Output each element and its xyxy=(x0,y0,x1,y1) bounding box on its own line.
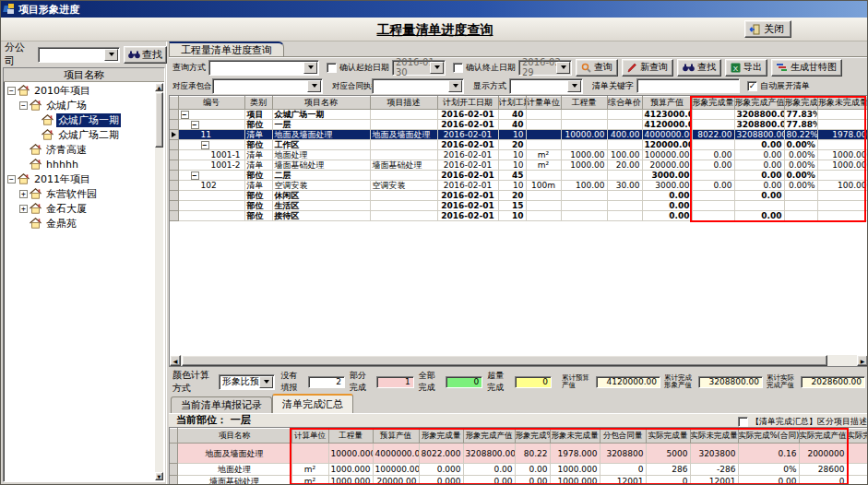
column-header[interactable]: 计划工期 xyxy=(498,97,526,110)
grid-cell[interactable] xyxy=(607,110,642,120)
grid-cell[interactable] xyxy=(692,211,734,221)
grid-cell[interactable]: 0.00% xyxy=(784,140,817,150)
chevron-down-icon[interactable] xyxy=(303,62,317,74)
grid-cell[interactable]: 部位 xyxy=(244,140,272,150)
grid-cell[interactable] xyxy=(370,171,437,181)
grid-cell[interactable]: 0 xyxy=(646,476,690,485)
column-header[interactable]: 类别 xyxy=(244,97,272,110)
grid-cell[interactable]: 0.00% xyxy=(784,160,817,171)
grid-cell[interactable] xyxy=(526,110,561,120)
display-mode-select[interactable] xyxy=(509,78,583,94)
column-header[interactable]: 工程量 xyxy=(561,97,607,110)
grid-cell[interactable]: 0.16 xyxy=(738,444,799,464)
grid-cell[interactable]: 2016-02-01 xyxy=(437,211,498,221)
scroll-up-icon[interactable]: ▲ xyxy=(155,83,163,91)
grid-cell[interactable] xyxy=(692,140,734,150)
grid-cell[interactable]: 项目 xyxy=(244,110,272,120)
collapse-icon[interactable]: − xyxy=(19,101,28,110)
grid-hscrollbar[interactable]: ◀ ▶ xyxy=(170,355,868,366)
grid-cell[interactable] xyxy=(291,444,328,464)
grid-cell[interactable]: 3000.00 xyxy=(642,171,692,181)
grid-cell[interactable]: 生活区 xyxy=(272,201,370,211)
grid-cell[interactable]: 100.00 xyxy=(561,181,607,191)
column-header[interactable]: 项目描述 xyxy=(370,97,437,110)
grid-cell[interactable]: 部位 xyxy=(244,120,272,130)
grid-cell[interactable] xyxy=(784,191,817,201)
grid-cell[interactable]: 77.83% xyxy=(784,110,817,120)
find-button[interactable]: 查找 xyxy=(677,59,721,77)
grid-cell[interactable]: 0.00 xyxy=(692,150,734,160)
grid-cell[interactable]: m² xyxy=(291,464,328,476)
grid-cell[interactable]: m² xyxy=(526,150,561,160)
row-selector[interactable] xyxy=(170,181,178,191)
grid-cell[interactable]: 清单 xyxy=(244,130,272,140)
grid-cell[interactable]: 400.00 xyxy=(607,130,642,140)
grid-cell[interactable]: 2016-02-01 xyxy=(437,191,498,201)
column-header[interactable]: 形象完成% xyxy=(784,97,817,110)
bottom-tab-0[interactable]: 当前清单填报记录 xyxy=(171,396,272,413)
tree-item-label[interactable]: 众城广场 xyxy=(44,99,89,112)
grid-cell[interactable] xyxy=(607,191,642,201)
grid-cell[interactable]: 0.00 xyxy=(738,476,799,485)
gantt-button[interactable]: 生成甘特图 xyxy=(771,59,842,77)
tree-item-label[interactable]: hhhhh xyxy=(44,159,80,171)
column-header[interactable]: 项目名称 xyxy=(272,97,370,110)
grid-cell[interactable] xyxy=(178,201,244,211)
grid-cell[interactable]: -286 xyxy=(690,464,738,476)
row-selector[interactable] xyxy=(170,464,177,476)
progress-grid-row[interactable]: 11清单地面及墙面处理地面及墙面处理2016-02-011010000.0040… xyxy=(170,130,868,140)
grid-cell[interactable] xyxy=(847,464,868,476)
grid-cell[interactable]: 2000000 xyxy=(799,444,847,464)
grid-cell[interactable]: 30.00 xyxy=(607,181,642,191)
grid-cell[interactable]: 3208800 xyxy=(600,444,646,464)
grid-cell[interactable]: 1000.000 xyxy=(550,476,600,485)
grid-cell[interactable]: 28600 xyxy=(799,464,847,476)
chevron-down-icon[interactable] xyxy=(307,80,321,92)
grid-cell[interactable]: 0.00 xyxy=(734,181,784,191)
column-header[interactable]: 形象完成产值 xyxy=(463,429,515,444)
scroll-left-icon[interactable]: ◀ xyxy=(170,355,181,366)
grid-cell[interactable]: 空调安装 xyxy=(272,181,370,191)
grid-cell[interactable]: 0.00 xyxy=(463,464,515,476)
grid-cell[interactable]: 0.00 xyxy=(642,211,692,221)
grid-cell[interactable] xyxy=(784,201,817,211)
grid-cell[interactable]: 部位 xyxy=(244,211,272,221)
progress-grid-row[interactable]: −部位工作区2016-02-0120120000.000.000.00% xyxy=(170,140,868,150)
column-header[interactable]: 实际未完成量 xyxy=(690,429,738,444)
grid-cell[interactable] xyxy=(526,130,561,140)
grid-cell[interactable]: 0.00 xyxy=(642,201,692,211)
grid-cell[interactable] xyxy=(370,150,437,160)
grid-cell[interactable] xyxy=(607,140,642,150)
scroll-right-icon[interactable]: ▶ xyxy=(857,355,868,366)
grid-cell[interactable]: 20 xyxy=(498,140,526,150)
start-date-checkbox[interactable] xyxy=(327,63,337,73)
chevron-down-icon[interactable] xyxy=(448,80,462,92)
grid-cell[interactable]: 0.00 xyxy=(692,181,734,191)
grid-cell[interactable]: 地面及墙面处理 xyxy=(177,444,291,464)
grid-cell[interactable]: 0.00% xyxy=(784,150,817,160)
progress-grid-row[interactable]: −部位一层2016-02-01404120000.03208800.0077.8… xyxy=(170,120,868,130)
grid-cell[interactable]: 2016-02-01 xyxy=(437,181,498,191)
grid-cell[interactable]: 1000.000 xyxy=(328,476,373,485)
grid-cell[interactable] xyxy=(692,110,734,120)
tree-item-label[interactable]: 金鼎苑 xyxy=(44,217,78,231)
tree-item[interactable]: 金鼎苑 xyxy=(4,216,164,231)
grid-cell[interactable] xyxy=(526,211,561,221)
grid-cell[interactable]: 1000.000 xyxy=(550,464,600,476)
grid-cell[interactable] xyxy=(370,110,437,120)
grid-cell[interactable]: 2016-02-01 xyxy=(437,201,498,211)
grid-cell[interactable] xyxy=(526,201,561,211)
grid-cell[interactable]: 11 xyxy=(178,130,244,140)
grid-cell[interactable]: 100m xyxy=(526,181,561,191)
tree-scrollbar-thumb[interactable] xyxy=(155,92,163,148)
row-selector[interactable] xyxy=(170,444,177,464)
grid-cell[interactable]: 墙面基础处理 xyxy=(272,160,370,171)
grid-cell[interactable]: 45 xyxy=(498,171,526,181)
grid-cell[interactable]: 0.00% xyxy=(784,181,817,191)
grid-cell[interactable]: − xyxy=(178,110,244,120)
grid-cell[interactable]: 地面处理 xyxy=(272,150,370,160)
grid-cell[interactable]: 部位 xyxy=(244,191,272,201)
grid-cell[interactable]: 3208800.00 xyxy=(734,110,784,120)
grid-cell[interactable]: 众城广场一期 xyxy=(272,110,370,120)
grid-cell[interactable]: 12001 xyxy=(690,476,738,485)
